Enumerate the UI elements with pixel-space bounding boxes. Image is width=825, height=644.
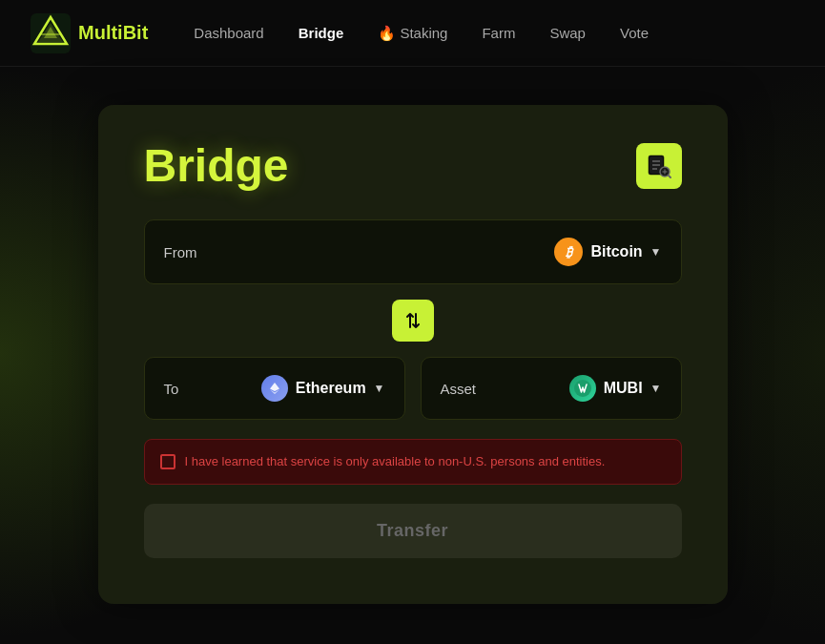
asset-chevron-icon: ▼ [650,382,662,395]
mubi-icon [569,375,596,402]
nav-links: Dashboard Bridge 🔥 Staking Farm Swap Vot… [194,25,649,42]
bridge-card: Bridge From ₿ [98,105,728,604]
to-label: To [164,381,179,397]
to-field: To Ethereum ▼ [144,357,405,420]
from-field: From ₿ Bitcoin ▼ [144,219,682,284]
to-currency-name: Ethereum [296,380,366,397]
tos-checkbox[interactable] [160,454,175,469]
from-label: From [164,244,197,260]
transfer-button[interactable]: Transfer [144,504,682,558]
swap-direction-button[interactable] [392,300,434,342]
transaction-history-button[interactable] [636,143,682,189]
logo-icon [31,13,71,53]
from-currency-name: Bitcoin [590,243,642,260]
main-content: Bridge From ₿ [0,67,825,604]
swap-arrows-icon [403,311,423,330]
nav-item-vote[interactable]: Vote [620,25,649,42]
card-header: Bridge [144,143,682,189]
bitcoin-icon: ₿ [554,238,583,266]
navbar: MultiBit Dashboard Bridge 🔥 Staking Farm… [0,0,825,67]
from-chevron-icon: ▼ [650,245,662,259]
to-currency-selector[interactable]: Ethereum ▼ [261,375,385,402]
logo[interactable]: MultiBit [31,13,148,53]
nav-item-staking[interactable]: 🔥 Staking [378,25,447,42]
asset-label: Asset [441,381,477,397]
nav-item-bridge[interactable]: Bridge [299,25,344,42]
ethereum-icon [261,375,288,402]
from-currency-selector[interactable]: ₿ Bitcoin ▼ [554,238,661,266]
asset-field: Asset MUBI ▼ [421,357,682,420]
asset-currency-selector[interactable]: MUBI ▼ [569,375,662,402]
nav-item-dashboard[interactable]: Dashboard [194,25,263,42]
svg-line-12 [669,176,670,177]
page-title: Bridge [144,143,289,189]
logo-text: MultiBit [78,22,148,44]
warning-text: I have learned that service is only avai… [185,453,606,470]
asset-currency-name: MUBI [604,380,643,397]
nav-item-farm[interactable]: Farm [482,25,515,42]
swap-btn-container [144,300,682,342]
to-chevron-icon: ▼ [374,382,385,395]
warning-box: I have learned that service is only avai… [144,439,682,485]
nav-item-swap[interactable]: Swap [549,25,586,42]
to-asset-row: To Ethereum ▼ Asset [144,357,682,420]
transaction-history-icon [647,154,671,178]
